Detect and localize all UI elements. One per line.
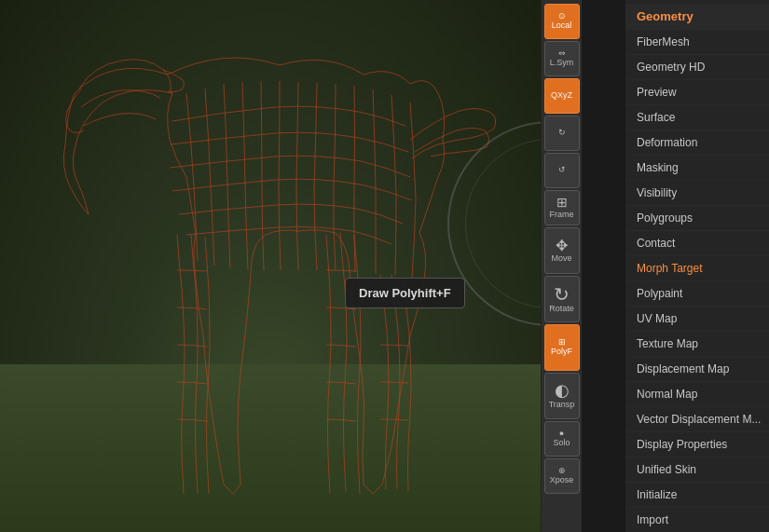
surface-label: Surface [637,111,675,124]
left-toolbar: ⊙ Local ⇔ L.Sym QXyZ ↻ ↺ ⊞ Frame ✥ Move … [541,0,582,532]
polypaint-label: Polypaint [637,287,682,300]
panel-item-uv-map[interactable]: UV Map [625,307,769,332]
geometry-hd-label: Geometry HD [637,61,705,74]
qxyz-label: QXyZ [551,91,572,101]
normal-map-label: Normal Map [637,388,697,401]
import-label: Import [637,513,668,526]
viewport[interactable]: Draw Polyhift+F [0,0,541,532]
polyf-button[interactable]: ⊞ PolyF [544,324,580,371]
panel-item-deformation[interactable]: Deformation [625,130,769,156]
geometry-label: Geometry [637,9,693,23]
local-label: Local [552,21,572,31]
rotate1-button[interactable]: ↻ [544,116,580,151]
move-button[interactable]: ✥ Move [544,227,580,274]
transp-label: Transp [549,401,575,410]
frame-label: Frame [549,211,573,220]
morph-target-label: Morph Target [637,262,702,275]
transp-icon: ◐ [555,382,570,401]
panel-item-masking[interactable]: Masking [625,156,769,181]
uv-map-label: UV Map [637,312,677,325]
panel-item-normal-map[interactable]: Normal Map [625,382,769,407]
display-properties-label: Display Properties [637,438,727,451]
rotate2-button[interactable]: ↺ [544,153,580,188]
tooltip-text: Draw Poly [359,286,418,300]
preview-label: Preview [637,86,677,99]
tooltip-shortcut: hift+F [418,286,451,300]
panel-item-geometry-hd[interactable]: Geometry HD [625,55,769,80]
polygroups-label: Polygroups [637,211,693,225]
draw-poly-tooltip: Draw Polyhift+F [345,278,465,308]
vector-displacement-label: Vector Displacement M... [637,413,761,426]
unified-skin-label: Unified Skin [637,463,696,476]
visibility-label: Visibility [637,186,677,199]
panel-item-import[interactable]: Import [625,508,769,532]
masking-label: Masking [637,161,679,174]
panel-item-contact[interactable]: Contact [625,231,769,256]
panel-item-morph-target[interactable]: Morph Target [625,256,769,281]
panel-item-unified-skin[interactable]: Unified Skin [625,457,769,483]
move-label: Move [551,254,571,264]
local-button[interactable]: ⊙ Local [544,4,580,39]
panel-item-displacement-map[interactable]: Displacement Map [625,357,769,382]
displacement-map-label: Displacement Map [637,362,729,375]
deformation-label: Deformation [637,136,697,149]
rotate1-icon: ↻ [558,129,566,138]
panel-item-surface[interactable]: Surface [625,105,769,130]
rotate-icon-large: ↻ [554,284,570,305]
panel-item-vector-displacement[interactable]: Vector Displacement M... [625,407,769,432]
xpose-label: Xpose [550,476,574,485]
rotate-button[interactable]: ↻ Rotate [544,276,580,322]
solo-button[interactable]: ● Solo [544,421,580,457]
texture-map-label: Texture Map [637,337,698,350]
rotate2-icon: ↺ [558,166,566,175]
rotate-label: Rotate [549,305,574,314]
right-panel: Geometry FiberMesh Geometry HD Preview S… [625,0,769,532]
panel-item-texture-map[interactable]: Texture Map [625,332,769,357]
move-icon: ✥ [556,238,568,254]
initialize-label: Initialize [637,488,677,501]
panel-item-initialize[interactable]: Initialize [625,483,769,508]
polyf-label: PolyF [551,348,572,357]
dog-mesh [0,0,541,532]
panel-item-preview[interactable]: Preview [625,80,769,105]
panel-item-polygroups[interactable]: Polygroups [625,206,769,231]
panel-item-fibermesh[interactable]: FiberMesh [625,30,769,55]
xpose-button[interactable]: ⊕ Xpose [544,458,580,494]
lsym-button[interactable]: ⇔ L.Sym [544,41,580,76]
panel-item-geometry[interactable]: Geometry [625,4,769,30]
solo-label: Solo [553,439,570,448]
fibermesh-label: FiberMesh [637,35,690,48]
panel-item-display-properties[interactable]: Display Properties [625,432,769,457]
contact-label: Contact [637,237,675,250]
transp-button[interactable]: ◐ Transp [544,373,580,419]
panel-item-visibility[interactable]: Visibility [625,181,769,206]
frame-button[interactable]: ⊞ Frame [544,190,580,225]
panel-item-polypaint[interactable]: Polypaint [625,281,769,307]
frame-icon: ⊞ [556,196,568,210]
qxyz-button[interactable]: QXyZ [544,78,580,114]
lsym-label: L.Sym [550,59,574,68]
